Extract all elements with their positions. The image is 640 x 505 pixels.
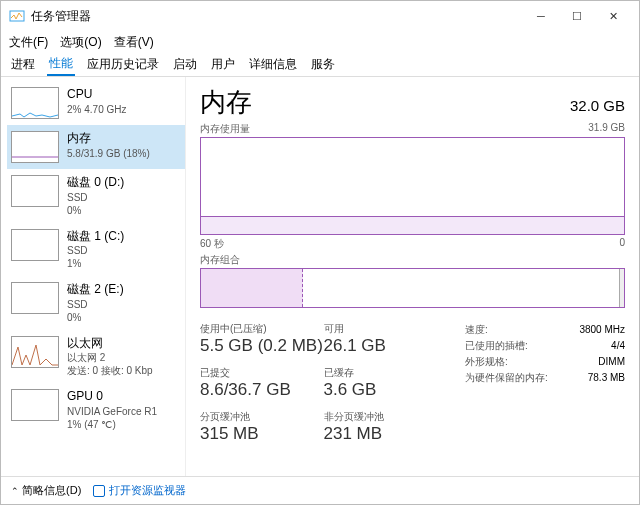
sidebar-item-label: CPU (67, 87, 126, 103)
chevron-up-icon: ⌃ (11, 486, 19, 496)
stat-value-avail: 26.1 GB (324, 336, 448, 356)
minimize-button[interactable]: ─ (523, 2, 559, 30)
stat-label-paged: 分页缓冲池 (200, 410, 324, 424)
app-icon (9, 8, 25, 24)
memory-thumbnail (11, 131, 59, 163)
sidebar-item-label: 磁盘 2 (E:) (67, 282, 124, 298)
menu-options[interactable]: 选项(O) (60, 34, 101, 51)
tab-processes[interactable]: 进程 (9, 54, 37, 75)
disk-thumbnail (11, 175, 59, 207)
menubar: 文件(F) 选项(O) 查看(V) (1, 31, 639, 53)
menu-view[interactable]: 查看(V) (114, 34, 154, 51)
right-label-speed: 速度: (465, 322, 488, 338)
stat-value-commit: 8.6/36.7 GB (200, 380, 324, 400)
maximize-button[interactable]: ☐ (559, 2, 595, 30)
fewer-details-button[interactable]: ⌃ 简略信息(D) (11, 483, 81, 498)
tab-app-history[interactable]: 应用历史记录 (85, 54, 161, 75)
right-label-slots: 已使用的插槽: (465, 338, 528, 354)
gpu-thumbnail (11, 389, 59, 421)
tab-details[interactable]: 详细信息 (247, 54, 299, 75)
cpu-thumbnail (11, 87, 59, 119)
chart1-x-right: 0 (619, 237, 625, 251)
sidebar-item-label: GPU 0 (67, 389, 157, 405)
tab-services[interactable]: 服务 (309, 54, 337, 75)
right-label-form: 外形规格: (465, 354, 508, 370)
stat-value-nonpaged: 231 MB (324, 424, 448, 444)
body: CPU2% 4.70 GHz 内存5.8/31.9 GB (18%) 磁盘 0 … (1, 77, 639, 476)
sidebar: CPU2% 4.70 GHz 内存5.8/31.9 GB (18%) 磁盘 0 … (1, 77, 186, 476)
composition-reserved (619, 269, 624, 307)
close-button[interactable]: ✕ (595, 2, 631, 30)
tabbar: 进程 性能 应用历史记录 启动 用户 详细信息 服务 (1, 53, 639, 77)
sidebar-item-disk-2[interactable]: 磁盘 2 (E:)SSD0% (7, 276, 185, 330)
right-value-slots: 4/4 (611, 338, 625, 354)
sidebar-item-disk-0[interactable]: 磁盘 0 (D:)SSD0% (7, 169, 185, 223)
right-value-reserved: 78.3 MB (588, 370, 625, 386)
disk-thumbnail (11, 229, 59, 261)
tab-startup[interactable]: 启动 (171, 54, 199, 75)
stats-right: 速度:3800 MHz 已使用的插槽:4/4 外形规格:DIMM 为硬件保留的内… (465, 322, 625, 454)
stat-label-avail: 可用 (324, 322, 448, 336)
memory-total: 32.0 GB (570, 97, 625, 114)
sidebar-item-label: 以太网 (67, 336, 153, 352)
memory-composition-chart[interactable] (200, 268, 625, 308)
stat-label-nonpaged: 非分页缓冲池 (324, 410, 448, 424)
composition-used (201, 269, 303, 307)
titlebar[interactable]: 任务管理器 ─ ☐ ✕ (1, 1, 639, 31)
stat-value-paged: 315 MB (200, 424, 324, 444)
ethernet-thumbnail (11, 336, 59, 368)
tab-users[interactable]: 用户 (209, 54, 237, 75)
page-title: 内存 (200, 85, 252, 120)
stat-label-commit: 已提交 (200, 366, 324, 380)
stat-label-used: 使用中(已压缩) (200, 322, 324, 336)
stat-value-cached: 3.6 GB (324, 380, 448, 400)
window-controls: ─ ☐ ✕ (523, 2, 631, 30)
stats: 使用中(已压缩)5.5 GB (0.2 MB) 可用26.1 GB 已提交8.6… (200, 322, 625, 454)
sidebar-item-cpu[interactable]: CPU2% 4.70 GHz (7, 81, 185, 125)
chart1-max: 31.9 GB (588, 122, 625, 136)
footer: ⌃ 简略信息(D) 打开资源监视器 (1, 476, 639, 504)
sidebar-item-ethernet[interactable]: 以太网以太网 2发送: 0 接收: 0 Kbp (7, 330, 185, 384)
monitor-icon (93, 485, 105, 497)
sidebar-item-label: 磁盘 1 (C:) (67, 229, 124, 245)
right-value-speed: 3800 MHz (579, 322, 625, 338)
sidebar-item-label: 磁盘 0 (D:) (67, 175, 124, 191)
chart1-fill (201, 216, 624, 234)
chart2-label: 内存组合 (200, 253, 240, 267)
chart1-x-left: 60 秒 (200, 237, 224, 251)
composition-available (303, 269, 619, 307)
right-value-form: DIMM (598, 354, 625, 370)
open-resource-monitor-link[interactable]: 打开资源监视器 (93, 483, 186, 498)
sidebar-item-disk-1[interactable]: 磁盘 1 (C:)SSD1% (7, 223, 185, 277)
tab-performance[interactable]: 性能 (47, 53, 75, 76)
task-manager-window: 任务管理器 ─ ☐ ✕ 文件(F) 选项(O) 查看(V) 进程 性能 应用历史… (0, 0, 640, 505)
right-label-reserved: 为硬件保留的内存: (465, 370, 548, 386)
disk-thumbnail (11, 282, 59, 314)
stat-label-cached: 已缓存 (324, 366, 448, 380)
memory-usage-chart[interactable] (200, 137, 625, 235)
sidebar-item-gpu-0[interactable]: GPU 0NVIDIA GeForce R11% (47 ℃) (7, 383, 185, 437)
chart1-label: 内存使用量 (200, 122, 250, 136)
sidebar-item-memory[interactable]: 内存5.8/31.9 GB (18%) (7, 125, 185, 169)
main-panel: 内存 32.0 GB 内存使用量 31.9 GB 60 秒 0 内存组合 (186, 77, 639, 476)
stat-value-used: 5.5 GB (0.2 MB) (200, 336, 324, 356)
menu-file[interactable]: 文件(F) (9, 34, 48, 51)
window-title: 任务管理器 (31, 8, 523, 25)
sidebar-item-label: 内存 (67, 131, 150, 147)
